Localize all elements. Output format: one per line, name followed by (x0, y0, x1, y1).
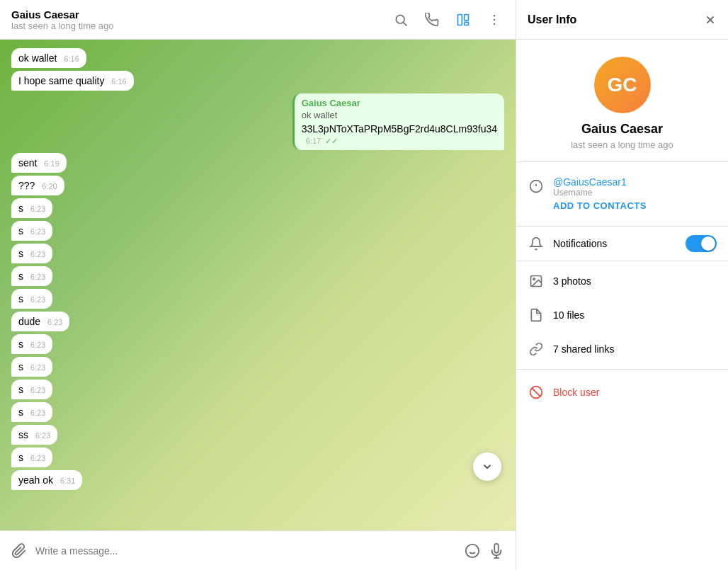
message-text: ss (18, 429, 28, 440)
layout-icon[interactable] (453, 10, 473, 30)
username-section: @GaiusCaesar1 Username ADD TO CONTACTS (516, 162, 728, 227)
search-icon[interactable] (391, 10, 411, 30)
message-text: s (18, 406, 23, 418)
message-time: 6:23 (30, 409, 45, 417)
notifications-toggle[interactable] (686, 235, 717, 252)
photos-row[interactable]: 3 photos (516, 264, 728, 298)
emoji-icon[interactable] (465, 543, 480, 559)
block-icon (528, 384, 545, 401)
message-bubble: s 6:23 (11, 402, 52, 422)
chat-header: Gaius Caesar last seen a long time ago (0, 0, 516, 40)
message-row: yeah ok 6:31 (11, 470, 504, 490)
message-input[interactable] (35, 545, 456, 557)
files-label: 10 files (553, 309, 584, 321)
message-bubble: s 6:23 (11, 198, 52, 218)
message-text: s (18, 293, 23, 304)
message-row: s 6:23 (11, 221, 504, 241)
message-text: yeah ok (18, 474, 53, 486)
chat-messages: ok wallet 6:16 I hope same quality 6:16 … (0, 40, 516, 530)
svg-line-21 (532, 388, 540, 397)
svg-point-8 (466, 544, 479, 557)
avatar: GC (594, 57, 651, 113)
info-circle-icon (528, 178, 545, 195)
received-sender: Gaius Caesar (302, 98, 497, 108)
photos-icon (528, 273, 545, 290)
message-bubble: s 6:23 (11, 357, 52, 377)
username-content: @GaiusCaesar1 Username ADD TO CONTACTS (553, 176, 717, 212)
message-bubble: s 6:23 (11, 448, 52, 467)
add-to-contacts-button[interactable]: ADD TO CONTACTS (553, 200, 647, 211)
svg-rect-3 (465, 14, 469, 20)
message-row: Gaius Caesar ok wallet 33L3pNToXTaPRpM5B… (11, 93, 504, 150)
message-bubble: s 6:23 (11, 289, 52, 309)
message-bubble: s 6:23 (11, 244, 52, 263)
message-bubble-received: Gaius Caesar ok wallet 33L3pNToXTaPRpM5B… (292, 93, 504, 150)
user-info-panel: User Info GC Gaius Caesar last seen a lo… (516, 0, 728, 570)
message-time: 6:23 (30, 386, 45, 394)
block-user-button[interactable]: Block user (528, 378, 717, 406)
message-row: s 6:23 (11, 357, 504, 377)
bell-icon (528, 235, 545, 252)
chat-container: Gaius Caesar last seen a long time ago (0, 0, 516, 570)
svg-line-1 (404, 22, 407, 25)
message-time: 6:23 (47, 318, 62, 326)
chat-header-icons (391, 10, 504, 30)
message-time: 6:16 (111, 77, 126, 86)
svg-point-19 (533, 278, 535, 280)
panel-title: User Info (528, 13, 704, 26)
chat-header-name: Gaius Caesar (11, 8, 382, 21)
message-row: sent 6:19 (11, 153, 504, 173)
message-row: I hope same quality 6:16 (11, 71, 504, 91)
message-time: 6:31 (60, 477, 75, 485)
svg-point-7 (494, 23, 496, 25)
photos-label: 3 photos (553, 275, 591, 287)
message-row: ??? 6:20 (11, 176, 504, 195)
message-text: I hope same quality (18, 75, 104, 86)
phone-icon[interactable] (422, 10, 442, 30)
message-row: dude 6:23 (11, 312, 504, 331)
message-row: s 6:23 (11, 266, 504, 286)
links-icon (528, 341, 545, 358)
message-row: ok wallet 6:16 (11, 48, 504, 68)
chat-input-bar (0, 530, 516, 570)
more-options-icon[interactable] (484, 10, 504, 30)
scroll-to-bottom-button[interactable] (473, 452, 501, 481)
message-bubble: s 6:23 (11, 266, 52, 286)
message-row: s 6:23 (11, 198, 504, 218)
double-check-icon: ✓✓ (325, 137, 338, 145)
message-text: ??? (18, 180, 35, 191)
message-row: s 6:23 (11, 380, 504, 399)
close-panel-button[interactable] (704, 13, 717, 26)
attach-icon[interactable] (11, 543, 27, 559)
message-text: sent (18, 157, 37, 169)
microphone-icon[interactable] (489, 543, 504, 559)
svg-point-5 (494, 14, 496, 16)
message-text: s (18, 203, 23, 214)
message-bubble: dude 6:23 (11, 312, 69, 331)
message-text: s (18, 270, 23, 282)
message-row: s 6:23 (11, 402, 504, 422)
user-profile-section: GC Gaius Caesar last seen a long time ag… (516, 40, 728, 162)
chat-header-status: last seen a long time ago (11, 21, 382, 31)
username-label: Username (553, 188, 717, 198)
message-bubble: yeah ok 6:31 (11, 470, 82, 490)
message-row: s 6:23 (11, 448, 504, 467)
files-row[interactable]: 10 files (516, 298, 728, 332)
message-text: s (18, 361, 23, 372)
message-text: s (18, 225, 23, 236)
message-text: s (18, 452, 23, 463)
message-bubble: s 6:23 (11, 334, 52, 354)
svg-rect-2 (458, 14, 462, 25)
chat-header-info: Gaius Caesar last seen a long time ago (11, 8, 382, 31)
message-time: 6:23 (30, 363, 45, 372)
message-time: 6:23 (30, 295, 45, 304)
message-text: dude (18, 316, 40, 327)
links-row[interactable]: 7 shared links (516, 332, 728, 366)
panel-header: User Info (516, 0, 728, 40)
message-time: 6:20 (42, 182, 57, 190)
message-bubble: I hope same quality 6:16 (11, 71, 134, 91)
message-row: s 6:23 (11, 289, 504, 309)
message-time: 6:17 (306, 137, 321, 145)
message-row: s 6:23 (11, 334, 504, 354)
notifications-row: Notifications (516, 227, 728, 261)
